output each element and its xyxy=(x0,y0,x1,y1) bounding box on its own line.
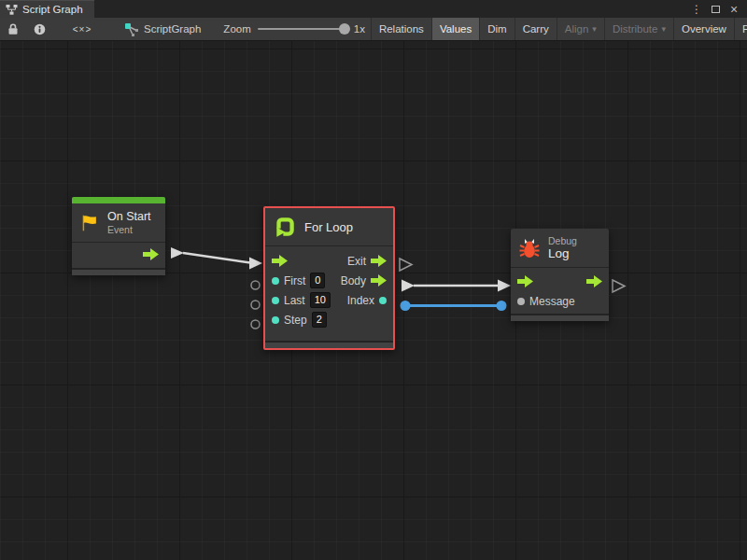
chevron-down-icon: ▾ xyxy=(592,24,597,34)
debug-log-header[interactable]: Debug Log xyxy=(511,229,609,267)
last-port[interactable] xyxy=(272,297,279,304)
distribute-button: Distribute ▾ xyxy=(604,18,673,40)
lock-button[interactable] xyxy=(0,18,26,40)
toolbar-buttons: Relations Values Dim Carry Align ▾ Distr… xyxy=(371,18,747,40)
info-icon xyxy=(34,23,46,35)
first-port[interactable] xyxy=(272,277,279,285)
window-controls: ⋮ × xyxy=(689,0,747,18)
step-value-input[interactable]: 2 xyxy=(312,312,327,328)
lock-icon xyxy=(7,22,19,35)
message-port-label: Message xyxy=(529,295,575,308)
relations-button[interactable]: Relations xyxy=(371,18,431,40)
exit-port-label: Exit xyxy=(347,255,366,268)
flag-icon xyxy=(79,213,100,233)
body-port[interactable] xyxy=(371,274,387,287)
last-value-input[interactable]: 10 xyxy=(310,292,331,308)
message-port[interactable] xyxy=(517,298,525,305)
loop-icon xyxy=(273,215,297,239)
dim-button[interactable]: Dim xyxy=(479,18,514,40)
graph-reference[interactable]: ScriptGraph xyxy=(111,18,210,40)
node-for-loop[interactable]: For Loop Exit First 0 Body xyxy=(263,206,395,350)
node-title: Log xyxy=(548,246,577,260)
flow-out-port[interactable] xyxy=(143,248,159,260)
maximize-icon[interactable] xyxy=(708,2,723,17)
node-kind: Debug xyxy=(548,235,577,246)
index-port[interactable] xyxy=(379,297,387,304)
zoom-control: Zoom 1x xyxy=(210,18,371,40)
title-bar: Script Graph ⋮ × xyxy=(0,0,747,18)
overview-button[interactable]: Overview xyxy=(673,18,734,40)
zoom-slider[interactable] xyxy=(258,28,347,30)
node-footer xyxy=(511,314,609,321)
bug-icon xyxy=(518,237,541,259)
node-footer xyxy=(265,341,393,348)
node-on-start[interactable]: On Start Event xyxy=(72,197,165,275)
carry-button[interactable]: Carry xyxy=(514,18,557,40)
zoom-value: 1x xyxy=(354,23,365,35)
code-view-button[interactable]: <×> xyxy=(53,18,111,40)
exit-port[interactable] xyxy=(371,255,387,267)
node-subtitle: Event xyxy=(107,224,151,235)
flow-in-port[interactable] xyxy=(272,255,288,267)
last-port-label: Last xyxy=(284,294,305,307)
body-port-label: Body xyxy=(341,274,366,287)
script-graph-icon xyxy=(124,22,139,36)
step-port-label: Step xyxy=(284,314,307,327)
chevron-down-icon: ▾ xyxy=(661,24,666,34)
zoom-slider-handle[interactable] xyxy=(339,23,350,35)
node-title: On Start xyxy=(107,210,151,223)
first-value-input[interactable]: 0 xyxy=(310,273,325,288)
index-port-label: Index xyxy=(347,294,374,307)
tab-script-graph[interactable]: Script Graph xyxy=(0,0,94,18)
graph-name-label: ScriptGraph xyxy=(144,23,201,35)
node-title: For Loop xyxy=(304,220,353,234)
align-button: Align ▾ xyxy=(557,18,604,40)
flow-out-port[interactable] xyxy=(586,275,602,287)
graph-toolbar: <×> ScriptGraph Zoom 1x Relations Values xyxy=(0,18,747,41)
zoom-label: Zoom xyxy=(223,23,250,35)
on-start-header[interactable]: On Start Event xyxy=(72,203,165,242)
info-button[interactable] xyxy=(26,18,53,40)
step-port[interactable] xyxy=(272,316,279,324)
first-port-label: First xyxy=(284,274,305,287)
code-icon: <×> xyxy=(73,24,92,35)
node-footer xyxy=(72,268,165,275)
script-graph-window: Script Graph ⋮ × <×> xyxy=(0,0,747,560)
node-debug-log[interactable]: Debug Log Message xyxy=(511,229,609,321)
menu-icon[interactable]: ⋮ xyxy=(689,2,704,17)
flow-in-port[interactable] xyxy=(517,275,533,287)
full-screen-button[interactable]: Full Screen xyxy=(734,18,747,40)
close-icon[interactable]: × xyxy=(726,2,741,17)
values-button[interactable]: Values xyxy=(431,18,479,40)
tab-title: Script Graph xyxy=(22,4,83,15)
for-loop-header[interactable]: For Loop xyxy=(265,208,393,245)
graph-tab-icon xyxy=(6,4,18,16)
event-accent-bar xyxy=(72,197,165,203)
